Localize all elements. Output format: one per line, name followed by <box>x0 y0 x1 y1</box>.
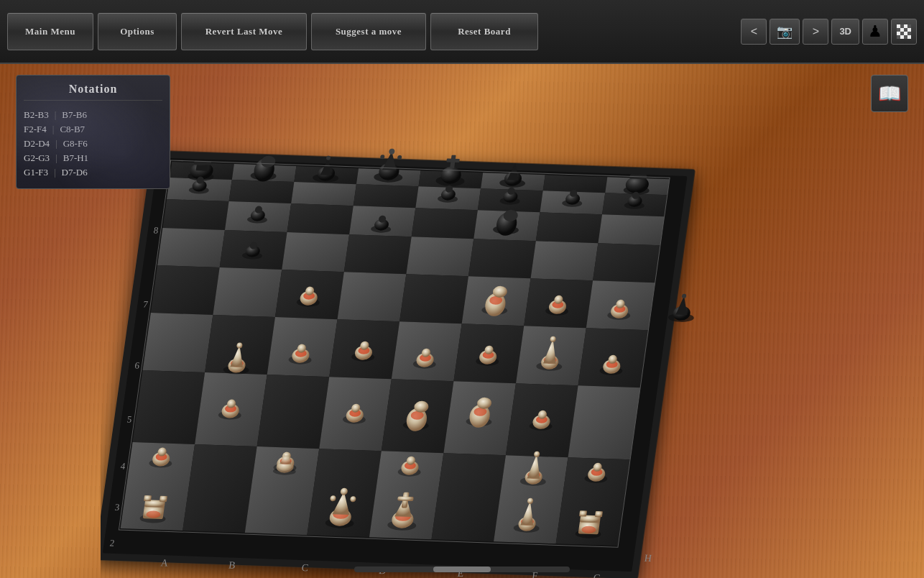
svg-rect-175 <box>144 495 152 501</box>
svg-rect-33 <box>162 199 228 230</box>
piece-style-button[interactable]: ♟ <box>862 19 888 45</box>
svg-rect-44 <box>344 234 412 274</box>
svg-rect-84 <box>196 165 208 171</box>
notation-black-move: B7-H1 <box>63 152 88 164</box>
notation-panel: Notation B2-B3 | B7-B6F2-F4 | C8-B7D2-D4… <box>16 75 170 189</box>
svg-text:A: A <box>160 556 170 568</box>
svg-rect-78 <box>432 453 506 541</box>
book-icon-button[interactable]: 📖 <box>871 75 908 112</box>
reset-board-button[interactable]: Reset Board <box>430 13 538 50</box>
svg-rect-53 <box>399 274 468 324</box>
svg-rect-57 <box>143 313 213 372</box>
chess-board-svg[interactable]: A B C D E F G H 2 3 4 5 6 7 8 <box>101 100 805 578</box>
suggest-move-button[interactable]: Suggest a move <box>311 13 426 50</box>
notation-row: F2-F4 | C8-B7 <box>24 124 162 135</box>
svg-rect-41 <box>157 228 225 267</box>
notation-white-move: F2-F4 <box>24 124 47 135</box>
svg-rect-52 <box>338 272 407 321</box>
svg-rect-26 <box>229 180 295 203</box>
main-menu-button[interactable]: Main Menu <box>7 13 93 50</box>
notation-white-move: B2-B3 <box>24 109 49 121</box>
svg-point-95 <box>389 149 395 155</box>
svg-rect-208 <box>579 510 587 516</box>
svg-rect-48 <box>593 243 660 283</box>
svg-rect-39 <box>536 212 602 243</box>
notation-row: D2-D4 | G8-F6 <box>24 138 162 150</box>
svg-text:H: H <box>644 552 652 564</box>
svg-rect-45 <box>406 237 473 276</box>
svg-rect-47 <box>531 241 599 280</box>
nav-next-button[interactable]: > <box>803 19 828 45</box>
chess-piece-icon: ♟ <box>868 22 882 41</box>
svg-rect-27 <box>291 182 356 206</box>
notation-white-move: G2-G3 <box>24 152 50 164</box>
svg-rect-37 <box>412 208 478 239</box>
notation-black-move: C8-B7 <box>60 124 85 135</box>
svg-rect-65 <box>133 370 205 444</box>
nav-prev-button[interactable]: < <box>741 19 767 45</box>
svg-rect-40 <box>598 214 664 245</box>
notation-row: G2-G3 | B7-H1 <box>24 152 162 164</box>
camera-icon: 📷 <box>777 24 793 40</box>
notation-title: Notation <box>24 83 162 101</box>
notation-row: G1-F3 | D7-D6 <box>24 167 162 178</box>
svg-rect-43 <box>282 232 349 272</box>
svg-rect-198 <box>397 496 414 501</box>
notation-row: B2-B3 | B7-B6 <box>24 109 162 121</box>
notation-black-move: B7-B6 <box>62 109 87 121</box>
svg-point-138 <box>682 294 687 298</box>
svg-rect-35 <box>287 203 354 234</box>
svg-rect-67 <box>257 375 330 449</box>
svg-text:C: C <box>301 561 310 573</box>
svg-rect-72 <box>568 385 641 459</box>
app: Main Menu Options Revert Last Move Sugge… <box>0 0 924 578</box>
svg-rect-176 <box>160 496 167 502</box>
svg-rect-46 <box>468 239 536 278</box>
notation-moves-list: B2-B3 | B7-B6F2-F4 | C8-B7D2-D4 | G8-F6G… <box>24 109 162 178</box>
revert-last-move-button[interactable]: Revert Last Move <box>181 13 307 50</box>
options-button[interactable]: Options <box>98 13 177 50</box>
svg-rect-101 <box>446 158 460 162</box>
svg-text:B: B <box>228 559 236 571</box>
svg-rect-74 <box>183 444 257 533</box>
svg-rect-49 <box>151 265 220 315</box>
view-3d-button[interactable]: 3D <box>831 19 859 45</box>
toolbar: Main Menu Options Revert Last Move Sugge… <box>0 0 924 64</box>
scrollbar[interactable] <box>354 566 570 572</box>
checkerboard-icon <box>897 24 911 39</box>
scrollbar-thumb[interactable] <box>433 566 491 572</box>
svg-rect-209 <box>595 511 603 517</box>
notation-white-move: D2-D4 <box>24 138 50 150</box>
camera-button[interactable]: 📷 <box>770 19 800 45</box>
svg-text:G: G <box>593 572 601 578</box>
svg-rect-50 <box>213 267 282 317</box>
notation-white-move: G1-F3 <box>24 167 48 178</box>
notation-black-move: D7-D6 <box>62 167 88 178</box>
board-style-button[interactable] <box>891 19 917 45</box>
svg-rect-28 <box>354 184 419 208</box>
notation-black-move: G8-F6 <box>63 138 88 150</box>
toolbar-right-controls: < 📷 > 3D ♟ <box>741 19 917 45</box>
